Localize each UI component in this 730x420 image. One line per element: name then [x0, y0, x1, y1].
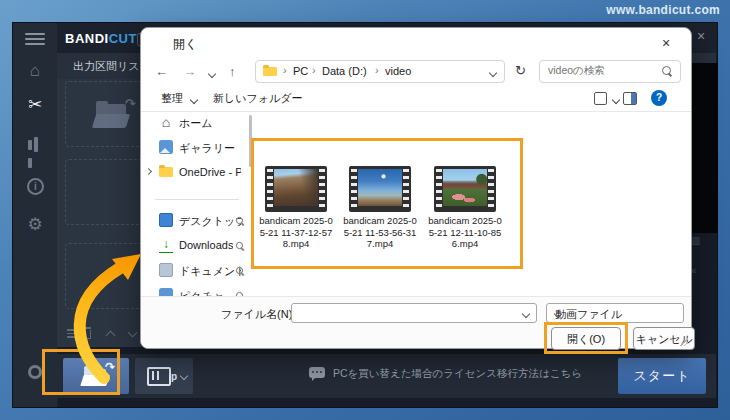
menu-icon[interactable]: [25, 33, 45, 47]
license-migration-link[interactable]: PCを買い替えた場合のライセンス移行方法はこちら: [333, 367, 582, 381]
up-icon[interactable]: ↑: [229, 64, 236, 79]
record-icon[interactable]: [28, 365, 42, 379]
app-bottom-bar: ↷ p PCを買い替えた場合のライセンス移行方法はこちら スタート: [57, 353, 716, 398]
home-icon[interactable]: ⌂: [13, 61, 57, 81]
bandicut-logo: BANDICUT: [65, 31, 137, 46]
file-name: bandicam 2025-05-21 11-37-12-578.mp4: [257, 215, 335, 250]
downloads-icon: ↓: [159, 238, 173, 253]
desktop-icon: [159, 213, 173, 227]
move-up-icon[interactable]: [106, 331, 116, 341]
organize-menu[interactable]: 整理: [161, 91, 183, 106]
sidebar-item-gallery[interactable]: ギャラリー: [141, 136, 253, 159]
video-thumbnail: [349, 166, 411, 212]
desktop-background: www.bandicut.com ⌂ ✂ i ⚙ BANDICUT BUS × …: [0, 0, 730, 420]
sidebar-item-desktop[interactable]: デスクトップ: [141, 209, 253, 232]
open-button[interactable]: 開く(O): [551, 327, 621, 350]
video-thumbnail: [265, 166, 327, 212]
preview-pane-icon[interactable]: [623, 92, 637, 105]
sidebar-divider: [155, 199, 239, 200]
filename-label: ファイル名(N):: [221, 307, 295, 322]
open-file-button[interactable]: ↷: [63, 358, 129, 394]
breadcrumb-pc[interactable]: PC: [293, 65, 308, 77]
forward-icon[interactable]: →: [183, 64, 196, 79]
onedrive-folder-icon: [159, 167, 173, 177]
filename-chevron-icon[interactable]: [522, 310, 530, 318]
app-close-icon[interactable]: ×: [693, 28, 709, 44]
sidebar-item-downloads[interactable]: ↓ Downloads: [141, 234, 253, 257]
sidebar-item-home[interactable]: ⌂ ホーム: [141, 111, 253, 134]
help-icon[interactable]: ?: [651, 90, 667, 106]
organize-chevron-icon[interactable]: [190, 96, 198, 104]
start-button[interactable]: スタート: [618, 358, 706, 394]
file-list-area: bandicam 2025-05-21 11-37-12-578.mp4 ban…: [253, 111, 691, 299]
sidebar-item-documents[interactable]: ドキュメント: [141, 259, 253, 282]
trash-icon[interactable]: [82, 330, 91, 339]
breadcrumb-separator-icon: ›: [312, 64, 316, 76]
history-chevron-icon[interactable]: [208, 70, 216, 78]
gallery-icon: [159, 140, 173, 154]
filename-input[interactable]: [291, 303, 537, 323]
dialog-title: 開く: [173, 36, 197, 53]
expand-chevron-icon[interactable]: [145, 168, 152, 175]
sidebar-scrollbar[interactable]: [249, 115, 252, 167]
search-icon: [662, 66, 671, 75]
breadcrumb-separator-icon: ›: [375, 64, 379, 76]
search-input[interactable]: [546, 63, 660, 77]
breadcrumb-folder[interactable]: video: [385, 65, 411, 77]
cut-scissors-icon[interactable]: ✂: [13, 95, 57, 115]
join-icon[interactable]: [27, 135, 43, 151]
dialog-close-icon[interactable]: ×: [645, 28, 687, 58]
film-strip-icon: ▥: [691, 235, 700, 246]
video-thumbnail: [434, 166, 496, 212]
film-encoder-icon: p: [147, 367, 171, 386]
back-icon[interactable]: ←: [155, 64, 168, 79]
dialog-toolbar: 整理 新しいフォルダー ?: [141, 86, 691, 112]
speech-bubble-icon: [309, 367, 325, 378]
open-file-dialog: 開く × ← → ↑ › PC › Data (D:) › video ↻: [140, 27, 692, 349]
home-icon: ⌂: [159, 115, 173, 129]
file-type-select[interactable]: 動画ファイル: [546, 303, 684, 323]
new-folder-button[interactable]: 新しいフォルダー: [213, 91, 303, 106]
app-sidebar: ⌂ ✂ i ⚙: [13, 23, 58, 407]
breadcrumb-drive[interactable]: Data (D:): [322, 65, 367, 77]
dialog-footer: ファイル名(N): 動画ファイル 開く(O) キャンセル: [141, 296, 691, 348]
dialog-sidebar: ⌂ ホーム ギャラリー OneDrive - Pers デスクトップ ↓ Dow…: [141, 111, 253, 299]
settings-gear-icon[interactable]: ⚙: [13, 215, 57, 235]
file-name: bandicam 2025-05-21 11-53-56-317.mp4: [341, 215, 419, 250]
move-down-icon[interactable]: [128, 328, 138, 338]
open-folder-icon: ↷: [82, 366, 112, 386]
address-bar[interactable]: › PC › Data (D:) › video: [255, 60, 505, 83]
documents-icon: [159, 263, 173, 277]
list-icon[interactable]: [67, 329, 76, 340]
folder-icon: [263, 67, 277, 76]
resize-grip[interactable]: [680, 338, 688, 346]
open-file-placeholder-icon: ↷: [94, 100, 134, 128]
chevron-down-icon[interactable]: [180, 372, 188, 380]
search-box[interactable]: [539, 60, 681, 83]
view-chevron-icon[interactable]: [612, 96, 620, 104]
file-name: bandicam 2025-05-21 12-11-10-856.mp4: [426, 215, 504, 250]
encoder-mode-button[interactable]: p: [135, 358, 193, 394]
dialog-nav-row: ← → ↑ › PC › Data (D:) › video ↻: [141, 58, 691, 86]
pin-icon: [235, 241, 245, 251]
watermark-url: www.bandicut.com: [606, 3, 720, 17]
sidebar-item-onedrive[interactable]: OneDrive - Pers: [141, 161, 253, 184]
info-icon[interactable]: i: [27, 178, 44, 195]
breadcrumb-separator-icon: ›: [283, 64, 287, 76]
refresh-icon[interactable]: ↻: [515, 63, 526, 78]
address-chevron-icon[interactable]: [489, 69, 497, 77]
view-layout-icon[interactable]: [594, 92, 607, 105]
